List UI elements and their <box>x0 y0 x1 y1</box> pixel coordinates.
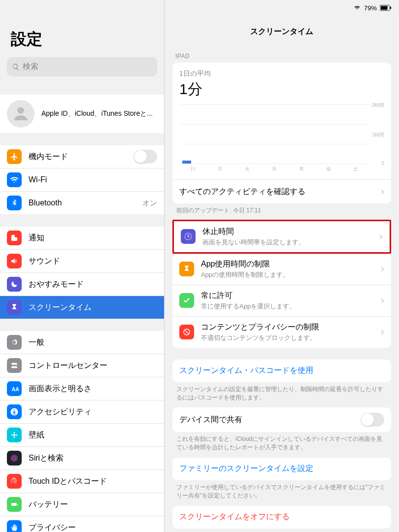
airplane-label: 機内モード <box>29 152 133 162</box>
svg-point-2 <box>15 234 18 237</box>
dnd-label: おやすみモード <box>29 279 157 290</box>
svg-point-14 <box>13 457 16 460</box>
sidebar-item-airplane[interactable]: 機内モード <box>0 145 164 168</box>
search-placeholder: 検索 <box>23 62 38 72</box>
sound-label: サウンド <box>29 256 157 266</box>
avg-value: 1分 <box>179 79 384 100</box>
battery-label: バッテリー <box>29 499 157 510</box>
passcode-link[interactable]: スクリーンタイム・パスコードを使用 <box>172 360 391 382</box>
chevron-right-icon: › <box>381 294 384 307</box>
bluetooth-label: Bluetooth <box>29 199 138 207</box>
content-privacy-row[interactable]: コンテンツとプライバシーの制限不適切なコンテンツをブロックします。 › <box>172 317 391 348</box>
svg-rect-3 <box>11 363 17 365</box>
battery-status-icon <box>380 5 392 11</box>
wallpaper-label: 壁紙 <box>29 430 157 440</box>
cc-label: コントロールセンター <box>29 361 157 371</box>
flower-icon <box>7 428 22 442</box>
search-input[interactable]: 検索 <box>7 57 157 76</box>
svg-text:AA: AA <box>12 386 19 392</box>
apple-id-label: Apple ID、iCloud、iTunes Storeと... <box>41 109 157 118</box>
screentime-label: スクリーンタイム <box>29 302 157 313</box>
avatar-icon <box>7 100 34 128</box>
family-link[interactable]: ファミリーのスクリーンタイムを設定 <box>172 458 391 480</box>
family-note: ファミリーが使用しているデバイスでスクリーンタイムを使用するには"ファミリー共有… <box>165 480 399 500</box>
switches-icon <box>7 358 22 373</box>
app-limits-row[interactable]: App使用時間の制限Appの使用時間を制限します。 › <box>172 254 391 285</box>
check-icon <box>179 293 194 308</box>
section-ipad: IPAD <box>165 42 399 63</box>
text-icon: AA <box>7 381 22 396</box>
notifications-label: 通知 <box>29 233 157 243</box>
search-icon <box>12 63 20 71</box>
display-label: 画面表示と明るさ <box>29 384 157 394</box>
bluetooth-value: オン <box>142 199 157 208</box>
bluetooth-icon <box>7 196 22 210</box>
svg-point-9 <box>14 432 15 433</box>
sidebar-item-general[interactable]: 一般 <box>0 331 164 354</box>
battery-percent: 79% <box>364 4 377 12</box>
sidebar-item-battery[interactable]: バッテリー <box>0 493 164 516</box>
share-row[interactable]: デバイス間で共有 <box>172 407 391 432</box>
last-update: 前回のアップデート: 今日 17:11 <box>165 203 399 215</box>
avg-label: 1日の平均 <box>179 69 384 78</box>
sidebar-item-screentime[interactable]: スクリーンタイム <box>0 296 164 319</box>
sidebar-item-wallpaper[interactable]: 壁紙 <box>0 424 164 447</box>
sidebar-item-accessibility[interactable]: アクセシビリティ <box>0 400 164 424</box>
sidebar-item-controlcenter[interactable]: コントロールセンター <box>0 354 164 377</box>
bell-icon <box>7 231 22 245</box>
chevron-right-icon: › <box>381 326 384 338</box>
chevron-right-icon: › <box>381 185 384 198</box>
wifi-icon <box>7 172 22 187</box>
svg-point-0 <box>17 107 24 114</box>
usage-chart: 2時間 1時間 0 日月火水木金土 <box>179 104 384 164</box>
gear-icon <box>7 335 22 350</box>
svg-rect-18 <box>381 6 388 9</box>
svg-rect-16 <box>17 504 18 505</box>
sidebar-item-sound[interactable]: サウンド <box>0 250 164 273</box>
detail-title: スクリーンタイム <box>165 21 399 42</box>
downtime-row[interactable]: 休止時間画面を見ない時間帯を設定します。 › <box>174 221 390 252</box>
chevron-right-icon: › <box>381 263 384 275</box>
speaker-icon <box>7 254 22 268</box>
svg-rect-4 <box>11 366 17 368</box>
settings-title: 設定 <box>0 0 164 55</box>
sidebar-item-notifications[interactable]: 通知 <box>0 227 164 250</box>
fingerprint-icon <box>7 474 22 489</box>
svg-point-11 <box>11 434 13 436</box>
hourglass-icon <box>179 262 194 276</box>
always-allowed-row[interactable]: 常に許可常に使用するAppを選択します。 › <box>172 285 391 317</box>
apple-id-row[interactable]: Apple ID、iCloud、iTunes Storeと... <box>0 95 164 133</box>
passcode-note: スクリーンタイムの設定を厳重に管理したり、制限時間の延長を許可したりするにはパス… <box>165 382 399 402</box>
touchid-label: Touch IDとパスコード <box>29 476 157 487</box>
sidebar-item-touchid[interactable]: Touch IDとパスコード <box>0 470 164 493</box>
share-note: これを有効にすると、iCloudにサインインしているデバイスすべての画面を見てい… <box>165 432 399 452</box>
access-label: アクセシビリティ <box>29 407 157 417</box>
accessibility-icon <box>7 404 22 419</box>
airplane-icon <box>7 149 22 164</box>
svg-point-7 <box>14 409 15 410</box>
clock-icon <box>181 229 196 244</box>
svg-rect-15 <box>11 503 17 506</box>
chevron-right-icon: › <box>379 230 383 243</box>
sidebar-item-bluetooth[interactable]: Bluetooth オン <box>0 192 164 214</box>
sidebar-item-wifi[interactable]: Wi-Fi <box>0 168 164 192</box>
battery-icon <box>7 497 22 512</box>
hourglass-icon <box>7 300 22 315</box>
turnoff-link[interactable]: スクリーンタイムをオフにする <box>172 506 391 529</box>
hand-icon <box>7 520 22 532</box>
svg-point-12 <box>16 434 17 436</box>
wifi-label: Wi-Fi <box>29 175 157 184</box>
sidebar-item-display[interactable]: AA 画面表示と明るさ <box>0 377 164 400</box>
airplane-toggle[interactable] <box>133 150 157 164</box>
siri-label: Siriと検索 <box>29 453 157 464</box>
share-toggle[interactable] <box>361 413 384 427</box>
sidebar-item-siri[interactable]: Siriと検索 <box>0 447 164 470</box>
svg-point-8 <box>13 434 16 436</box>
all-activity-row[interactable]: すべてのアクティビティを確認する › <box>172 179 391 203</box>
restrict-icon <box>179 325 194 339</box>
moon-icon <box>7 277 22 292</box>
wifi-status-icon <box>353 5 361 11</box>
svg-rect-19 <box>390 6 391 9</box>
sidebar-item-privacy[interactable]: プライバシー <box>0 516 164 532</box>
sidebar-item-dnd[interactable]: おやすみモード <box>0 273 164 296</box>
